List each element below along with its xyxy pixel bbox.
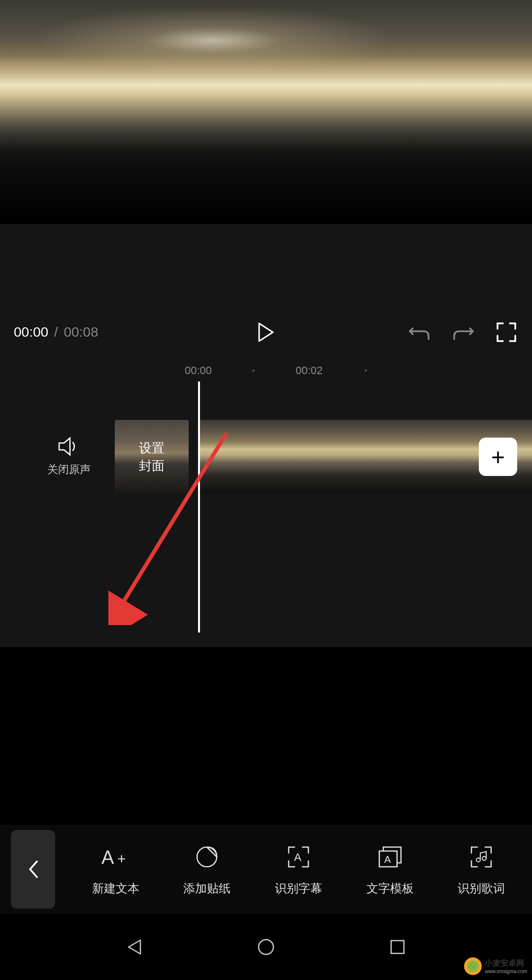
clip-frame [259, 420, 318, 494]
tool-label: 新建文本 [92, 881, 139, 896]
watermark: 小麦安卓网 www.xmsigma.com [464, 957, 527, 975]
square-recent-icon [390, 939, 405, 955]
ruler-tick: • [365, 367, 367, 375]
fullscreen-button[interactable] [495, 320, 518, 344]
timeline-area[interactable]: 00:00 • 00:02 • 关闭原声 设置 封面 + [0, 352, 532, 647]
total-time: 00:08 [64, 324, 98, 340]
cover-label-1: 设置 [139, 439, 165, 457]
watermark-logo [464, 957, 482, 975]
playhead[interactable] [198, 381, 200, 632]
time-display: 00:00 / 00:08 [14, 324, 99, 340]
ruler-mark: 00:00 [185, 364, 212, 377]
set-cover-button[interactable]: 设置 封面 [115, 420, 189, 494]
nav-home-button[interactable] [251, 932, 281, 962]
player-controls: 00:00 / 00:08 [0, 313, 532, 352]
clip-frame [318, 420, 377, 494]
cover-label-2: 封面 [139, 457, 165, 474]
right-controls [408, 320, 518, 344]
timeline-ruler: 00:00 • 00:02 • [0, 361, 532, 380]
subtitle-icon: A [284, 842, 313, 872]
nav-recent-button[interactable] [383, 932, 412, 962]
add-clip-button[interactable]: + [479, 438, 517, 476]
ruler-tick: • [252, 367, 255, 375]
svg-point-11 [259, 940, 273, 954]
text-template-icon: A [375, 842, 405, 872]
tool-label: 识别歌词 [458, 881, 505, 896]
tool-label: 添加贴纸 [183, 881, 231, 896]
svg-text:A: A [384, 854, 391, 865]
lyrics-icon [466, 842, 496, 872]
video-preview-area[interactable] [0, 0, 532, 224]
speaker-icon [58, 437, 80, 456]
triangle-back-icon [126, 938, 143, 956]
sticker-icon [192, 842, 222, 872]
time-separator: / [54, 324, 58, 340]
android-nav-bar [0, 914, 532, 980]
spacer [0, 224, 532, 313]
text-add-icon: A+ [101, 842, 131, 872]
fullscreen-icon [497, 322, 516, 342]
tool-label: 文字模板 [366, 881, 414, 896]
svg-rect-12 [391, 941, 404, 953]
mute-audio-button[interactable]: 关闭原声 [42, 437, 96, 477]
svg-text:+: + [117, 851, 126, 867]
undo-button[interactable] [408, 320, 432, 344]
add-sticker-button[interactable]: 添加贴纸 [183, 842, 231, 896]
text-template-button[interactable]: A 文字模板 [366, 842, 414, 896]
tool-label: 识别字幕 [275, 881, 322, 896]
mute-label: 关闭原声 [47, 462, 91, 477]
recognize-lyrics-button[interactable]: 识别歌词 [458, 842, 505, 896]
redo-icon [452, 322, 474, 342]
ruler-mark: 00:02 [296, 364, 323, 377]
bottom-toolbar: A+ 新建文本 添加贴纸 A 识别字幕 A 文字模板 识别歌词 [0, 825, 532, 914]
current-time: 00:00 [14, 324, 48, 340]
svg-point-9 [476, 858, 480, 862]
play-button[interactable] [256, 322, 276, 342]
watermark-text: 小麦安卓网 www.xmsigma.com [485, 958, 527, 974]
circle-home-icon [257, 938, 275, 956]
redo-button[interactable] [451, 320, 475, 344]
clip-frame [377, 420, 436, 494]
svg-text:A: A [294, 851, 301, 863]
svg-point-4 [197, 847, 217, 867]
recognize-subtitle-button[interactable]: A 识别字幕 [275, 842, 322, 896]
tool-items: A+ 新建文本 添加贴纸 A 识别字幕 A 文字模板 识别歌词 [65, 842, 532, 896]
chevron-left-icon [27, 859, 39, 879]
svg-text:A: A [101, 847, 114, 868]
back-button[interactable] [11, 830, 55, 909]
svg-point-10 [482, 856, 486, 860]
watermark-title: 小麦安卓网 [485, 958, 527, 969]
new-text-button[interactable]: A+ 新建文本 [92, 842, 139, 896]
clip-frame [200, 420, 259, 494]
plus-icon: + [491, 443, 505, 471]
undo-icon [409, 322, 431, 342]
watermark-url: www.xmsigma.com [485, 969, 527, 974]
nav-back-button[interactable] [120, 932, 149, 962]
video-track: 关闭原声 设置 封面 + [0, 420, 532, 494]
play-icon [257, 322, 275, 342]
